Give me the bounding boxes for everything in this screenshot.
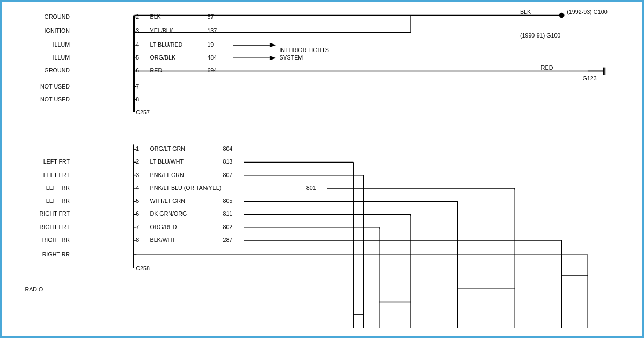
main-container: 2 GROUND BLK 57 3 IGNITION YEL/BLK 137 4…	[2, 2, 642, 336]
pin6-circuit: 694	[207, 67, 217, 74]
c258-pin5-wire: WHT/LT GRN	[150, 197, 185, 204]
pin4-circuit: 19	[207, 41, 214, 48]
c258-pin3-label: LEFT FRT	[43, 172, 70, 178]
c258-pin5-num: 5	[136, 197, 139, 204]
pin6-label: GROUND	[45, 67, 70, 74]
pin3-label: IGNITION	[45, 27, 70, 34]
c258-pin5-label: LEFT RR	[46, 197, 70, 204]
c258-pin7-wire: ORG/RED	[150, 224, 177, 230]
c258-pin6-num: 6	[136, 210, 139, 217]
pin5-wire: ORG/BLK	[150, 54, 175, 61]
pin2-label: GROUND	[45, 13, 70, 20]
c258-pin4-label: LEFT RR	[46, 185, 70, 191]
c258-pin3-circuit: 807	[223, 172, 233, 178]
c257-label: C257	[136, 109, 150, 115]
c258-pin4-wire: PNK/LT BLU (OR TAN/YEL)	[150, 185, 222, 191]
c258-pin3-num: 3	[136, 172, 139, 178]
c258-pin2-label: LEFT FRT	[43, 158, 70, 165]
g123-label: G123	[582, 75, 596, 82]
radio-label: RADIO	[25, 286, 43, 292]
pin3-num: 3	[136, 27, 139, 34]
c258-pin6-wire: DK GRN/ORG	[150, 210, 187, 217]
c258-pin6-circuit: 811	[223, 210, 233, 217]
c258-pin2-num: 2	[136, 158, 139, 165]
diagram-area: 2 GROUND BLK 57 3 IGNITION YEL/BLK 137 4…	[8, 8, 636, 330]
pin4-label: ILLUM	[53, 41, 70, 48]
pin6-wire: RED	[150, 67, 163, 74]
pin6-num: 6	[136, 67, 139, 74]
c258-pin8-circuit: 287	[223, 237, 233, 243]
blk-label-top: BLK	[520, 9, 531, 15]
c258-pin8-num: 8	[136, 237, 139, 243]
g100-1990-label: (1990-91) G100	[520, 32, 560, 39]
pin3-wire: YEL/BLK	[150, 27, 173, 34]
pin5-label: ILLUM	[53, 54, 70, 61]
pin8-num: 8	[136, 96, 139, 102]
c258-pin8-wire: BLK/WHT	[150, 237, 176, 243]
c258-pin7-circuit: 802	[223, 224, 233, 230]
c258-label: C258	[136, 265, 150, 271]
c258-pin7-num: 7	[136, 224, 139, 230]
pin4-wire: LT BLU/RED	[150, 41, 183, 48]
c258-last-label: RIGHT RR	[42, 251, 70, 258]
red-label-right: RED	[541, 64, 553, 71]
pin7-num: 7	[136, 83, 139, 89]
c258-pin4-circuit: 801	[306, 185, 316, 191]
pin2-circuit: 57	[207, 13, 214, 20]
interior-lights-system: SYSTEM	[279, 54, 303, 61]
svg-point-15	[559, 13, 565, 18]
c258-pin1-wire: ORG/LT GRN	[150, 145, 185, 152]
pin7-label: NOT USED	[40, 83, 70, 89]
c258-pin1-num: 1	[136, 145, 139, 152]
c258-pin3-wire: PNK/LT GRN	[150, 172, 184, 178]
year-label: (1992-93) G100	[567, 9, 607, 15]
c258-pin8-label: RIGHT RR	[42, 237, 70, 243]
c258-pin1-circuit: 804	[223, 145, 233, 152]
c258-pin5-circuit: 805	[223, 197, 233, 204]
c258-pin6-label: RIGHT FRT	[40, 210, 70, 217]
c258-pin2-circuit: 813	[223, 158, 233, 165]
pin8-label: NOT USED	[40, 96, 70, 102]
pin5-circuit: 484	[207, 54, 217, 61]
c258-pin4-num: 4	[136, 185, 139, 191]
pin5-num: 5	[136, 54, 139, 61]
c258-pin2-wire: LT BLU/WHT	[150, 158, 184, 165]
pin4-num: 4	[136, 41, 139, 48]
pin3-circuit: 137	[207, 27, 217, 34]
svg-rect-0	[14, 8, 630, 330]
c258-pin7-label: RIGHT FRT	[40, 224, 70, 230]
interior-lights-label: INTERIOR LIGHTS	[279, 47, 329, 53]
pin2-wire: BLK	[150, 13, 161, 20]
